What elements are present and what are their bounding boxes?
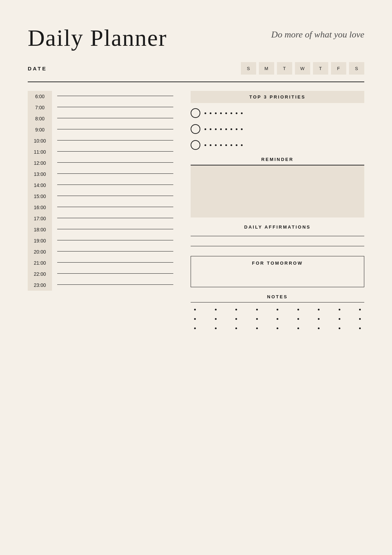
dot — [225, 144, 227, 146]
dot — [318, 309, 320, 310]
time-slot: 11:00 — [28, 146, 173, 157]
dot — [210, 112, 211, 114]
notes-dots-row-2 — [191, 318, 364, 320]
time-line — [57, 173, 173, 174]
time-slot: 7:00 — [28, 102, 173, 113]
time-line — [57, 207, 173, 207]
day-box: T — [313, 62, 328, 75]
time-label: 16:00 — [28, 202, 52, 213]
date-label: DATE — [28, 66, 47, 71]
time-line-container — [57, 235, 173, 245]
tomorrow-section: FOR TOMORROW — [191, 256, 364, 287]
dot — [318, 318, 320, 320]
time-slot: 16:00 — [28, 202, 173, 213]
dot — [204, 112, 206, 114]
dot — [220, 112, 222, 114]
time-line — [57, 262, 173, 263]
time-line-container — [57, 157, 173, 168]
dot — [359, 327, 361, 329]
time-line-container — [57, 180, 173, 190]
time-label: 7:00 — [28, 102, 52, 113]
time-line — [57, 129, 173, 129]
time-slot: 13:00 — [28, 169, 173, 180]
time-slot: 20:00 — [28, 246, 173, 257]
right-column: TOP 3 PRIORITIES — [191, 91, 364, 337]
time-slot: 15:00 — [28, 191, 173, 202]
dot — [277, 318, 278, 320]
time-slot: 6:00 — [28, 91, 173, 102]
dot — [194, 309, 196, 310]
time-line — [57, 151, 173, 152]
day-box: S — [349, 62, 364, 75]
time-line — [57, 118, 173, 118]
priorities-header: TOP 3 PRIORITIES — [191, 91, 364, 103]
time-line — [57, 196, 173, 196]
time-line — [57, 251, 173, 251]
reminder-box[interactable] — [191, 165, 364, 217]
day-box: F — [331, 62, 346, 75]
time-label: 22:00 — [28, 268, 52, 280]
dot — [359, 318, 361, 320]
subtitle: Do more of what you love — [271, 29, 364, 40]
main-content: 6:007:008:009:0010:0011:0012:0013:0014:0… — [28, 91, 364, 337]
time-line — [57, 240, 173, 240]
dot — [210, 128, 211, 130]
time-line-container — [57, 213, 173, 223]
priority-item-3 — [191, 140, 364, 150]
days-row: SMTWTFS — [241, 62, 364, 75]
time-line — [57, 284, 173, 285]
dot — [204, 144, 206, 146]
affirmations-section: DAILY AFFIRMATIONS — [191, 224, 364, 246]
dot — [215, 128, 217, 130]
time-label: 12:00 — [28, 157, 52, 169]
time-line — [57, 107, 173, 107]
time-label: 6:00 — [28, 91, 52, 102]
time-line-container — [57, 146, 173, 156]
dot — [241, 112, 243, 114]
time-line-container — [57, 91, 173, 101]
time-label: 23:00 — [28, 280, 52, 291]
priority-dots-3 — [203, 144, 364, 146]
dot — [359, 309, 361, 310]
dot — [277, 327, 278, 329]
schedule-column: 6:007:008:009:0010:0011:0012:0013:0014:0… — [28, 91, 173, 337]
priority-circle-2 — [191, 124, 200, 134]
dot — [230, 112, 232, 114]
time-label: 9:00 — [28, 124, 52, 135]
time-line-container — [57, 246, 173, 256]
notes-divider — [191, 302, 364, 303]
time-line — [57, 229, 173, 229]
time-slot: 19:00 — [28, 235, 173, 246]
time-slot: 10:00 — [28, 135, 173, 146]
tomorrow-box[interactable]: FOR TOMORROW — [191, 256, 364, 287]
dot — [297, 309, 299, 310]
time-line-container — [57, 169, 173, 179]
dot — [256, 318, 258, 320]
time-line-container — [57, 202, 173, 212]
dot — [220, 144, 222, 146]
priority-circle-3 — [191, 140, 200, 150]
dot — [235, 327, 237, 329]
time-slot: 17:00 — [28, 213, 173, 224]
reminder-section: REMINDER — [191, 157, 364, 217]
time-slot: 18:00 — [28, 224, 173, 235]
dot — [230, 144, 232, 146]
time-slot: 14:00 — [28, 180, 173, 191]
priority-dots-2 — [203, 128, 364, 130]
dot — [215, 318, 217, 320]
day-box: S — [241, 62, 256, 75]
dot — [339, 318, 340, 320]
dot — [297, 318, 299, 320]
time-line-container — [57, 124, 173, 134]
dot — [220, 128, 222, 130]
time-slot: 22:00 — [28, 268, 173, 280]
dot — [204, 128, 206, 130]
dot — [215, 309, 217, 310]
dot — [225, 128, 227, 130]
time-line — [57, 140, 173, 140]
notes-section: NOTES — [191, 294, 364, 330]
notes-dots-row-1 — [191, 309, 364, 310]
dot — [194, 318, 196, 320]
day-box: W — [295, 62, 310, 75]
dot — [256, 327, 258, 329]
